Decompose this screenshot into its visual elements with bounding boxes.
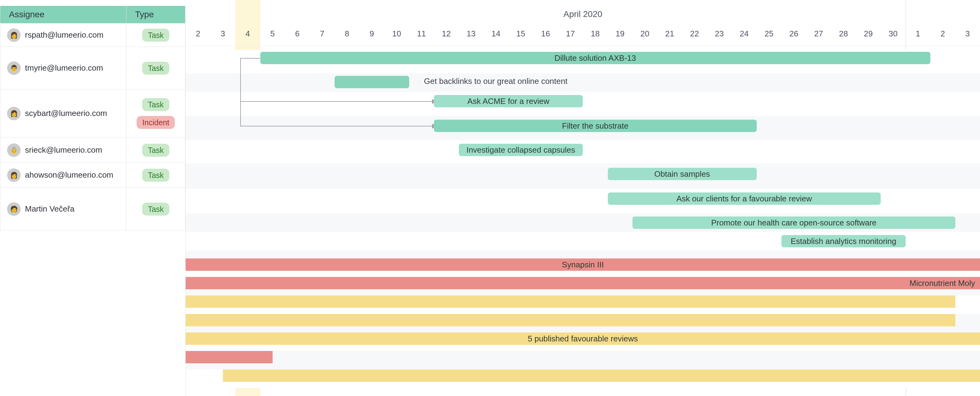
axis-tick: 24 [740, 29, 749, 38]
gantt-bar[interactable] [186, 296, 955, 308]
axis-month-label: April 2020 [563, 9, 602, 19]
gantt-bar[interactable]: Ask ACME for a review [434, 95, 583, 107]
column-header-type[interactable]: Type [126, 6, 185, 24]
axis-tick: 17 [566, 29, 575, 38]
axis-tick: 15 [516, 29, 525, 38]
gantt-bar-label: Ask ACME for a review [463, 97, 554, 106]
axis-tick: 7 [320, 29, 325, 38]
axis-tick: 6 [295, 29, 299, 38]
type-cell: Task [126, 24, 185, 46]
timeline[interactable]: April 2020 23456789101112131415161718192… [186, 0, 980, 396]
assignee-cell: 🧑Martin Večeřa [0, 188, 126, 231]
task-tag[interactable]: Task [142, 62, 169, 75]
axis-tick: 14 [492, 29, 501, 38]
bar-float-label: Get backlinks to our great online conten… [424, 76, 567, 86]
axis-tick: 1 [916, 29, 920, 38]
assignee-name: Martin Večeřa [25, 204, 74, 214]
axis-tick: 27 [814, 29, 823, 38]
gantt-bar[interactable]: Establish analytics monitoring [781, 235, 906, 247]
type-cell: Task [126, 138, 185, 162]
type-cell: Task [126, 163, 185, 187]
row-band [186, 164, 980, 189]
gantt-bar-label: Dillute solution AXB-13 [549, 53, 641, 63]
axis-tick: 21 [665, 29, 674, 38]
axis-tick: 12 [442, 29, 451, 38]
assignee-cell: 👩ahowson@lumeerio.com [0, 163, 126, 187]
axis-tick: 26 [789, 29, 799, 38]
assignee-row[interactable]: 👩scybart@lumeerio.comTaskIncident [0, 89, 185, 138]
row-band [186, 351, 980, 369]
axis-tick: 28 [839, 29, 848, 38]
gantt-bar[interactable]: Synapsin III [186, 258, 980, 271]
gantt-bar[interactable] [186, 314, 955, 326]
dependency-line [240, 101, 432, 102]
gantt-bar-label: Synapsin III [557, 260, 609, 270]
assignee-cell: 👵srieck@lumeerio.com [0, 138, 126, 162]
task-tag[interactable]: Task [142, 169, 169, 182]
task-tag[interactable]: Task [142, 203, 169, 216]
axis-tick: 16 [541, 29, 550, 38]
axis-tick: 2 [940, 29, 945, 38]
type-cell: Task [126, 188, 185, 231]
left-panel-headers: Assignee Type [0, 0, 185, 24]
avatar: 👩 [7, 169, 21, 182]
column-header-assignee-label: Assignee [9, 10, 45, 19]
gantt-bar-label: 5 published favourable reviews [523, 334, 643, 344]
type-cell: TaskIncident [126, 89, 185, 137]
axis-day-ticks: 2345678910111213141516171819202122232425… [186, 29, 980, 46]
gantt-bar[interactable]: Investigate collapsed capsules [459, 144, 583, 156]
gantt-bar[interactable] [223, 369, 980, 382]
axis-tick: 3 [966, 29, 970, 38]
dependency-line [240, 58, 241, 64]
axis-tick: 2 [196, 29, 200, 38]
axis-tick: 20 [641, 29, 649, 38]
assignee-name: ahowson@lumeerio.com [25, 170, 113, 180]
gantt-bar[interactable]: Obtain samples [608, 168, 757, 180]
axis-tick: 4 [245, 29, 250, 38]
axis-tick: 11 [417, 29, 426, 38]
dependency-line [240, 58, 260, 59]
avatar: 🧑 [7, 202, 21, 216]
axis-tick: 3 [221, 29, 225, 38]
left-panel: Assignee Type 👩rspath@lumeerio.comTask👨t… [0, 0, 186, 396]
assignee-row[interactable]: 👨tmyrie@lumeerio.comTask [0, 47, 185, 89]
axis-tick: 5 [270, 29, 275, 38]
gantt-bar[interactable]: 5 published favourable reviews [186, 332, 980, 345]
axis-tick: 23 [715, 29, 724, 38]
assignee-row[interactable]: 🧑Martin VečeřaTask [0, 188, 185, 231]
axis-tick: 13 [466, 29, 476, 38]
column-header-assignee[interactable]: Assignee [0, 6, 126, 24]
gantt-bar[interactable]: Ask our clients for a favourable review [608, 192, 881, 205]
column-header-type-label: Type [135, 10, 154, 19]
gantt-bar[interactable]: Dillute solution AXB-13 [260, 52, 931, 64]
axis-tick: 22 [690, 29, 699, 38]
assignee-name: rspath@lumeerio.com [25, 30, 103, 40]
gantt-bar-label: Ask our clients for a favourable review [671, 194, 817, 204]
assignee-row[interactable]: 👩ahowson@lumeerio.comTask [0, 163, 185, 188]
task-tag[interactable]: Task [142, 98, 169, 111]
axis-tick: 30 [889, 29, 898, 38]
gantt-bar-label: Obtain samples [649, 169, 715, 179]
gantt-bar[interactable]: Filter the substrate [434, 120, 757, 132]
assignee-row[interactable]: 👩rspath@lumeerio.comTask [0, 24, 185, 47]
axis-tick: 29 [864, 29, 873, 38]
axis-tick: 19 [616, 29, 624, 38]
gantt-bar[interactable] [186, 351, 273, 363]
incident-tag[interactable]: Incident [137, 116, 175, 129]
dependency-line [240, 64, 241, 126]
axis-tick: 8 [345, 29, 349, 38]
gantt-bar-label: Establish analytics monitoring [786, 237, 901, 246]
assignee-cell: 👨tmyrie@lumeerio.com [0, 47, 126, 89]
assignee-row[interactable]: 👵srieck@lumeerio.comTask [0, 138, 185, 163]
row-band [186, 140, 980, 164]
assignee-cell: 👩scybart@lumeerio.com [0, 89, 126, 137]
gantt-bar-label: Filter the substrate [557, 121, 633, 131]
left-panel-rows: 👩rspath@lumeerio.comTask👨tmyrie@lumeerio… [0, 24, 185, 231]
avatar: 👨 [7, 61, 21, 75]
gantt-bar[interactable] [334, 76, 409, 88]
axis-tick: 10 [392, 29, 401, 38]
gantt-bar[interactable]: Micronutrient Moly [186, 277, 980, 289]
task-tag[interactable]: Task [142, 144, 169, 157]
gantt-bar[interactable]: Promote our health care open-source soft… [632, 216, 955, 229]
task-tag[interactable]: Task [142, 29, 169, 41]
